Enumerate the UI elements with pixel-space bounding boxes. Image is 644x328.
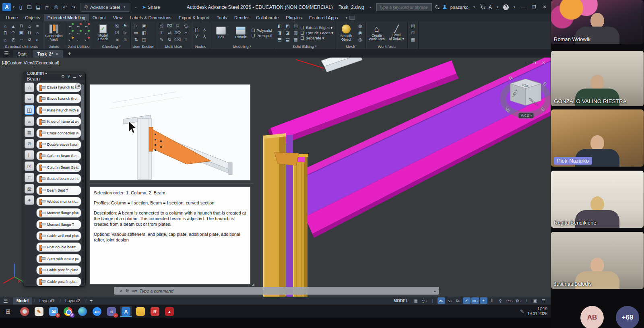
- app-menu-caret-icon[interactable]: ▾: [13, 5, 14, 9]
- isodraft-icon[interactable]: ⧉▾: [454, 297, 462, 304]
- connection-item-post-double-beam[interactable]: Post double beam: [36, 242, 81, 252]
- ribbon-group-label[interactable]: Checking▾: [94, 43, 129, 49]
- ribbon-small-icon[interactable]: ⌐: [67, 23, 74, 29]
- connection-item-eaves-haunch-to-flange[interactable]: Eaves haunch to flange: [36, 83, 81, 92]
- ribbon-button-smooth-object[interactable]: Smooth Object: [337, 25, 355, 41]
- ribbon-tab-featured-apps[interactable]: Featured Apps: [305, 14, 342, 21]
- workspace-selector[interactable]: ⚙ Advance Steel ▾: [80, 3, 130, 12]
- participant-avatar[interactable]: AB: [580, 306, 604, 328]
- new-layout-button[interactable]: +: [90, 298, 93, 303]
- scrollbar-thumb[interactable]: [81, 84, 84, 140]
- layout-tab-model[interactable]: Model: [13, 297, 32, 304]
- connection-item-gable-post-fin-pla[interactable]: Gable post fin pla...: [36, 277, 81, 287]
- ribbon-small-icon[interactable]: ◉: [357, 29, 364, 36]
- ribbon-small-icon[interactable]: ⌗: [182, 36, 189, 43]
- ribbon-button-connection-vault[interactable]: Connection Vault: [45, 25, 63, 41]
- snap-mode-icon[interactable]: ⁛▾: [421, 297, 428, 304]
- help-search[interactable]: [376, 3, 432, 11]
- connection-item-seated-beam-connection[interactable]: Seated beam connection: [36, 174, 81, 184]
- infer-constraints-icon[interactable]: ∣: [429, 297, 437, 304]
- palette-category-10[interactable]: ✦: [25, 195, 34, 205]
- ribbon-group-label[interactable]: User Section: [132, 43, 154, 49]
- ribbon-group-label[interactable]: Nodes: [193, 43, 208, 49]
- ribbon-small-icon[interactable]: Ո: [26, 29, 33, 36]
- restore-button[interactable]: ❐: [530, 4, 538, 10]
- ribbon-small-icon[interactable]: ⚿: [158, 29, 165, 36]
- cart-icon[interactable]: [480, 4, 485, 10]
- ribbon-small-icon[interactable]: ▲: [10, 23, 17, 29]
- ribbon-small-icon[interactable]: ↺: [26, 36, 33, 43]
- ribbon-small-icon[interactable]: ▣: [140, 23, 148, 29]
- new-file-icon[interactable]: ▯: [17, 3, 25, 11]
- close-icon[interactable]: ✕: [120, 289, 123, 293]
- ribbon-group-label[interactable]: Modeling▾: [212, 43, 272, 49]
- ribbon-small-icon[interactable]: ⅄: [201, 33, 208, 40]
- ribbon-small-icon[interactable]: ◍: [357, 23, 364, 29]
- ribbon-small-icon[interactable]: ∩: [2, 23, 9, 29]
- ribbon-small-icon[interactable]: ▭: [132, 29, 140, 36]
- palette-category-6[interactable]: ⊦: [25, 150, 34, 160]
- ribbon-small-icon[interactable]: ▦: [409, 36, 417, 43]
- ribbon-tab-collaborate[interactable]: Collaborate: [252, 14, 282, 21]
- ribbon-tab-render[interactable]: Render: [231, 14, 252, 21]
- ribbon-small-icon[interactable]: ◨: [276, 29, 283, 36]
- ribbon-small-icon[interactable]: ⊓: [18, 23, 25, 29]
- ribbon-small-icon[interactable]: ○: [34, 29, 41, 36]
- ribbon-group-label[interactable]: Joint Utilities: [67, 43, 90, 49]
- help-icon[interactable]: ?: [503, 4, 509, 10]
- ribbon-small-icon[interactable]: ⚑: [122, 23, 129, 29]
- notes-app-icon[interactable]: ✎: [33, 306, 45, 317]
- ribbon-small-icon[interactable]: ▤: [409, 23, 417, 29]
- ribbon-small-icon[interactable]: ⌂: [26, 23, 33, 29]
- file-tab-task-2-[interactable]: Task_2*✕: [33, 50, 63, 58]
- panel-splitter[interactable]: [89, 184, 254, 184]
- lineweight-icon[interactable]: 𝄃: [488, 297, 496, 304]
- ribbon-small-icon[interactable]: Π: [2, 29, 9, 36]
- ribbon-small-icon[interactable]: ◎: [357, 36, 364, 43]
- ribbon-small-icon[interactable]: ⌐: [67, 36, 74, 43]
- file-tab-menu-icon[interactable]: ☰: [2, 50, 13, 58]
- ribbon-button-level-of-detail[interactable]: ╱Level of Detail ▾: [387, 25, 406, 41]
- ribbon-small-icon[interactable]: Ƶ: [10, 36, 17, 43]
- connection-item-welded-moment-c[interactable]: Welded moment c...: [36, 197, 81, 206]
- file-tab-start[interactable]: Start: [13, 50, 31, 58]
- ribbon-group-label[interactable]: Solid Editing▾: [276, 43, 333, 49]
- ribbon-small-icon[interactable]: ✎: [158, 36, 165, 43]
- ribbon-small-icon[interactable]: ≡: [34, 23, 41, 29]
- ribbon-group-label[interactable]: Mesh: [337, 43, 364, 49]
- palette-category-1[interactable]: ⏛: [25, 94, 34, 103]
- pin-icon[interactable]: ⚲: [67, 74, 70, 78]
- advance-steel-icon[interactable]: A: [120, 306, 132, 317]
- palette-category-4[interactable]: ≣: [25, 128, 34, 137]
- ribbon-group-label[interactable]: Multi User: [158, 43, 189, 49]
- connection-item-beam-seat-t[interactable]: Beam Seat T: [36, 186, 81, 195]
- connection-item-apex-with-centre-post[interactable]: Apex with centre post: [36, 254, 81, 264]
- ribbon-small-icon[interactable]: Y: [193, 33, 200, 40]
- participant-tile-roman[interactable]: Roman Wdowik: [551, 0, 644, 44]
- teams-icon[interactable]: ii–: [105, 306, 118, 317]
- app-menu-button[interactable]: A: [2, 3, 11, 11]
- ribbon-tab-output[interactable]: Output: [89, 14, 109, 21]
- ribbon-button-polysolid[interactable]: ❑Polysolid: [251, 28, 272, 33]
- gear-icon[interactable]: ⚙: [61, 74, 65, 78]
- ribbon-small-icon[interactable]: ⇅: [132, 36, 140, 43]
- collapse-icon[interactable]: ▸: [370, 5, 372, 9]
- snap-tracking-icon[interactable]: ⌖: [480, 297, 487, 304]
- ribbon-tab-export-import[interactable]: Export & Import: [175, 14, 213, 21]
- new-tab-button[interactable]: +: [64, 50, 74, 58]
- annotation-scale[interactable]: 1:1▾: [505, 297, 514, 304]
- workspace-switch-icon[interactable]: ⚙▾: [514, 297, 522, 304]
- ribbon-small-icon[interactable]: ⌐: [83, 36, 90, 43]
- ribbon-group-label[interactable]: Joints: [45, 43, 63, 49]
- help-caret-icon[interactable]: ▾: [514, 5, 515, 9]
- drag-handle-icon[interactable]: ⁞: [116, 289, 117, 293]
- ribbon-button-extract-edges[interactable]: ❑Extract Edges ▾: [300, 25, 333, 30]
- ribbon-small-icon[interactable]: ⋂: [193, 26, 200, 33]
- redo-icon[interactable]: ↷: [70, 3, 78, 11]
- palette-title-bar[interactable]: Column - Beam ⚙ ⚲ ⚊ ✕: [23, 72, 85, 80]
- edge-browser-icon[interactable]: [76, 306, 89, 317]
- hardware-accel-icon[interactable]: ▣: [531, 297, 539, 304]
- ribbon-small-icon[interactable]: ⎗: [182, 23, 189, 29]
- connection-item-plate-haunch-with-e[interactable]: Plate haunch with e...: [36, 105, 81, 115]
- user-menu-caret-icon[interactable]: ▾: [473, 5, 475, 9]
